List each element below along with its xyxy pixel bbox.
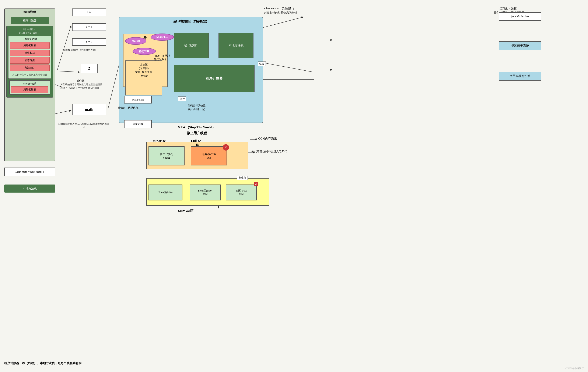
diagram: main线程 程序计数器 栈（线程） FILO（先进后出） （方法）栈帧 局部变… (0, 0, 588, 372)
operand-desc: 操作数 (76, 79, 85, 83)
bottom-note: 程序计数器、栈（线程）、本地方法栈，是每个线程独有的 (4, 362, 82, 365)
class-loader-box: 类装载子系统 (499, 41, 541, 50)
modify-label: 修改 (258, 62, 266, 66)
method-area-box: 方法区（元空间）常量+静态变量+类信息 (125, 61, 162, 95)
main-local-vars: 局部变量表 (11, 86, 48, 93)
stack-outer-box: 栈（线程） FILO（先进后出） （方法）栈帧 局部变量表 操作数栈 动态链接 … (6, 26, 53, 98)
from-box: From区(1/10) S0区 (190, 185, 220, 200)
main-thread-title: main线程 (5, 9, 55, 15)
execute-label: 执行 (178, 96, 186, 101)
local-vars-item: 局部变量表 (10, 42, 50, 49)
a1-box: a = 1 (72, 23, 106, 31)
runtime-stack-box: 栈（线程） (174, 33, 209, 58)
math-ref-note: 此时局部变量表中math存储Math()在堆中的内存地址 (58, 123, 109, 129)
class-info-label: 类信息（代码信息） (118, 106, 141, 110)
old-gen-box: 老年代(2/3)Old 15 (191, 146, 227, 165)
main-stack-frame: main()−栈帧 局部变量表 (9, 80, 50, 95)
operand-value-box: 2 (81, 64, 98, 73)
local-method-stack-button: 本地方法栈 (4, 185, 55, 193)
to-line2: S1区 (239, 193, 244, 196)
stop-user-label: 停止用户线程 (187, 131, 207, 135)
young-gen-sublabel: Young (163, 156, 170, 159)
from-line1: From区(1/10) (198, 189, 212, 193)
operand-label: 操作数运算时一块临时的空间 (63, 48, 96, 52)
badge-15: 15 (223, 144, 229, 151)
operand-stack-item: 操作数栈 (10, 50, 50, 56)
young-gen-box: 新生代(1/3) Young (148, 146, 185, 165)
dynamic-link-item: 动态链接 (10, 57, 50, 64)
watermark: CSDN @小游转仔 (566, 367, 584, 370)
eden-box: Eden区(8/10) (148, 185, 182, 200)
svg-line-0 (57, 25, 71, 70)
plus1-badge: +1 (254, 182, 258, 186)
static-obj-oval: 静态对象 (133, 48, 156, 55)
bytecode-engine-box: 字节码执行引擎 (499, 72, 541, 81)
to-box: To区(1/10) S1区 (226, 185, 257, 200)
math-code-box: Math math = new Math(); (4, 167, 55, 176)
method-exit-item: 方法出口 (10, 64, 50, 71)
new-gen-label: 新生代 (237, 176, 248, 180)
runtime-title: 运行时数据区（内存模型） (121, 20, 261, 23)
mathclass-oval: MathClass (151, 33, 174, 41)
stack-line2: FILO（先进后出） (19, 31, 40, 34)
method-area-content: 方法区（元空间）常量+静态变量+类信息 (127, 62, 160, 78)
math-call-oval: Math() (125, 37, 146, 45)
stw-label: STW（Stop The World） (178, 125, 216, 130)
from-line2: S0区 (203, 193, 208, 196)
young-gen-label: 新生代(1/3) (160, 152, 173, 156)
symbolic-note: 将代码的符号引用转换为地址的直接引用存储了代码(符号)方法区中对应的地址 (61, 83, 107, 90)
stack-title: 栈（线程） FILO（先进后出） (8, 28, 51, 35)
mathclass-ref-box: Math.class (124, 96, 152, 103)
this-box: this (72, 9, 106, 16)
survivor-label: Survivor区 (178, 209, 193, 213)
stack-frame-title: （方法）栈帧 (10, 37, 50, 41)
main-stack-frame-title: main()−栈帧 (11, 82, 48, 85)
main-thread-box: main线程 程序计数器 栈（线程） FILO（先进后出） （方法）栈帧 局部变… (4, 9, 55, 161)
program-counter-button: 程序计数器 (10, 17, 49, 24)
b2-box: b = 2 (72, 38, 106, 46)
direct-memory-box: 直接内存 (124, 120, 152, 128)
stack-frame-box: （方法）栈帧 局部变量表 操作数栈 动态链接 方法出口 方法执行完毕，回到主方法… (8, 36, 51, 79)
arrows-overlay (0, 0, 588, 372)
to-box-wrapper: To区(1/10) S1区 +1 (226, 185, 257, 200)
to-line1: To区(1/10) (236, 189, 247, 193)
gen-age-note: 分代年龄达到15会进入老年代 (251, 150, 287, 153)
oom-label: → OOM内存溢出 (254, 137, 277, 141)
math-ref-box: math (72, 104, 106, 115)
code-location-label: 代码运行的位置(运行到哪一行) (188, 104, 206, 111)
java-mathclass-box: java Math.class (499, 12, 541, 21)
klass-pointer-label: Klass Pointer（类型指针）对象头指向类元信息的指针 (264, 6, 297, 15)
stack-line1: 栈（线程） (23, 28, 36, 31)
method-note: 方法执行完毕，回到主方法中位置 (10, 72, 50, 77)
svg-line-8 (263, 17, 303, 28)
old-gen-label: 老年代(2/3)Old (202, 152, 216, 159)
runtime-local-stack-box: 本地方法栈 (219, 33, 253, 58)
runtime-pc-box: 程序计数器 (174, 65, 254, 92)
heap-addr-label: 在堆中的地址 (155, 54, 170, 58)
